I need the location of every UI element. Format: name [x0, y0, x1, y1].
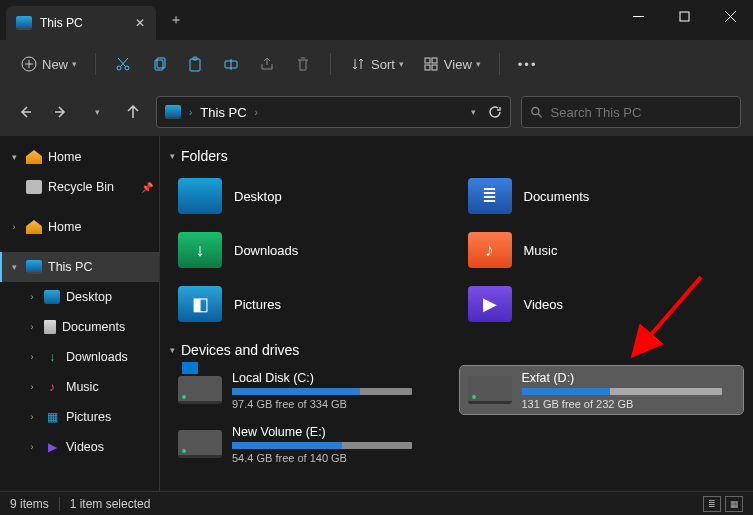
svg-rect-19 — [425, 65, 430, 70]
pictures-icon: ▦ — [44, 410, 60, 424]
sidebar-item-pictures[interactable]: ›▦Pictures — [0, 402, 159, 432]
search-box[interactable] — [521, 96, 741, 128]
folder-music[interactable]: ♪Music — [460, 226, 744, 274]
drive-name: New Volume (E:) — [232, 425, 446, 439]
desktop-icon — [178, 178, 222, 214]
chevron-right-icon: › — [26, 412, 38, 422]
sidebar-item-recycle-bin[interactable]: Recycle Bin📌 — [0, 172, 159, 202]
details-view-toggle[interactable]: ≣ — [703, 496, 721, 512]
paste-icon — [186, 55, 204, 73]
delete-button[interactable] — [288, 48, 318, 80]
up-button[interactable] — [120, 99, 146, 125]
refresh-button[interactable] — [488, 105, 502, 119]
share-icon — [258, 55, 276, 73]
drive-item[interactable]: New Volume (E:)54.4 GB free of 140 GB — [170, 420, 454, 468]
folders-grid: Desktop ≣Documents ↓Downloads ♪Music ◧Pi… — [170, 172, 743, 328]
plus-circle-icon — [20, 55, 38, 73]
downloads-icon: ↓ — [178, 232, 222, 268]
chevron-down-icon: ▾ — [476, 59, 481, 69]
videos-icon: ▶ — [44, 440, 60, 454]
svg-rect-17 — [425, 58, 430, 63]
chevron-down-icon[interactable]: ▾ — [471, 107, 476, 117]
folder-desktop[interactable]: Desktop — [170, 172, 454, 220]
maximize-button[interactable] — [661, 0, 707, 32]
rename-icon — [222, 55, 240, 73]
separator — [499, 53, 500, 75]
address-bar[interactable]: › This PC › ▾ — [156, 96, 511, 128]
copy-icon — [150, 55, 168, 73]
chevron-down-icon: ▾ — [170, 345, 175, 355]
chevron-right-icon[interactable]: › — [189, 107, 192, 118]
view-toggles: ≣ ▦ — [703, 496, 743, 512]
folder-pictures[interactable]: ◧Pictures — [170, 280, 454, 328]
sidebar-item-downloads[interactable]: ›↓Downloads — [0, 342, 159, 372]
chevron-right-icon: › — [26, 382, 38, 392]
drive-name: Local Disk (C:) — [232, 371, 446, 385]
cut-button[interactable] — [108, 48, 138, 80]
pin-icon: 📌 — [141, 182, 153, 193]
folder-downloads[interactable]: ↓Downloads — [170, 226, 454, 274]
sort-button[interactable]: Sort ▾ — [343, 48, 410, 80]
cut-icon — [114, 55, 132, 73]
documents-icon: ≣ — [468, 178, 512, 214]
minimize-button[interactable] — [615, 0, 661, 32]
chevron-down-icon: ▾ — [170, 151, 175, 161]
sidebar-item-this-pc[interactable]: ▾This PC — [0, 252, 159, 282]
svg-line-22 — [538, 114, 542, 118]
svg-rect-13 — [190, 59, 200, 71]
drive-icon — [468, 376, 512, 404]
sidebar-item-documents[interactable]: ›Documents — [0, 312, 159, 342]
desktop-icon — [44, 290, 60, 304]
back-button[interactable] — [12, 99, 38, 125]
pc-icon — [26, 260, 42, 274]
share-button[interactable] — [252, 48, 282, 80]
search-input[interactable] — [551, 105, 732, 120]
close-window-button[interactable] — [707, 0, 753, 32]
tab-this-pc[interactable]: This PC ✕ — [6, 6, 156, 40]
drive-item[interactable]: Local Disk (C:)97.4 GB free of 334 GB — [170, 366, 454, 414]
close-tab-icon[interactable]: ✕ — [134, 17, 146, 29]
rename-button[interactable] — [216, 48, 246, 80]
copy-button[interactable] — [144, 48, 174, 80]
separator — [59, 497, 60, 511]
status-selection-count: 1 item selected — [70, 497, 151, 511]
drive-usage-bar — [232, 442, 412, 449]
chevron-down-icon: ▾ — [95, 107, 100, 117]
chevron-right-icon[interactable]: › — [255, 107, 258, 118]
content-pane[interactable]: ▾Folders Desktop ≣Documents ↓Downloads ♪… — [160, 136, 753, 491]
home-icon — [26, 150, 42, 164]
group-header-folders[interactable]: ▾Folders — [170, 148, 743, 164]
drive-item[interactable]: Exfat (D:)131 GB free of 232 GB — [460, 366, 744, 414]
pc-icon — [16, 16, 32, 30]
more-icon: ••• — [518, 57, 538, 72]
forward-button[interactable] — [48, 99, 74, 125]
sidebar-item-home-2[interactable]: ›Home — [0, 212, 159, 242]
chevron-right-icon: › — [26, 292, 38, 302]
new-button[interactable]: New ▾ — [14, 48, 83, 80]
sidebar-item-music[interactable]: ›♪Music — [0, 372, 159, 402]
window-controls — [615, 0, 753, 32]
view-button[interactable]: View ▾ — [416, 48, 487, 80]
documents-icon — [44, 320, 56, 334]
sidebar-item-home[interactable]: ▾Home — [0, 142, 159, 172]
status-bar: 9 items 1 item selected ≣ ▦ — [0, 491, 753, 515]
new-tab-button[interactable]: ＋ — [162, 6, 190, 34]
tiles-view-toggle[interactable]: ▦ — [725, 496, 743, 512]
recent-dropdown[interactable]: ▾ — [84, 99, 110, 125]
breadcrumb-item[interactable]: This PC — [200, 105, 246, 120]
folder-videos[interactable]: ▶Videos — [460, 280, 744, 328]
chevron-down-icon: ▾ — [399, 59, 404, 69]
chevron-down-icon: ▾ — [8, 152, 20, 162]
more-button[interactable]: ••• — [512, 48, 544, 80]
home-icon — [26, 220, 42, 234]
paste-button[interactable] — [180, 48, 210, 80]
delete-icon — [294, 55, 312, 73]
chevron-right-icon: › — [26, 442, 38, 452]
toolbar: New ▾ Sort ▾ View ▾ ••• — [0, 40, 753, 88]
folder-documents[interactable]: ≣Documents — [460, 172, 744, 220]
sidebar-item-videos[interactable]: ›▶Videos — [0, 432, 159, 462]
svg-rect-20 — [432, 65, 437, 70]
sidebar-item-desktop[interactable]: ›Desktop — [0, 282, 159, 312]
svg-point-21 — [532, 108, 539, 115]
group-header-drives[interactable]: ▾Devices and drives — [170, 342, 743, 358]
